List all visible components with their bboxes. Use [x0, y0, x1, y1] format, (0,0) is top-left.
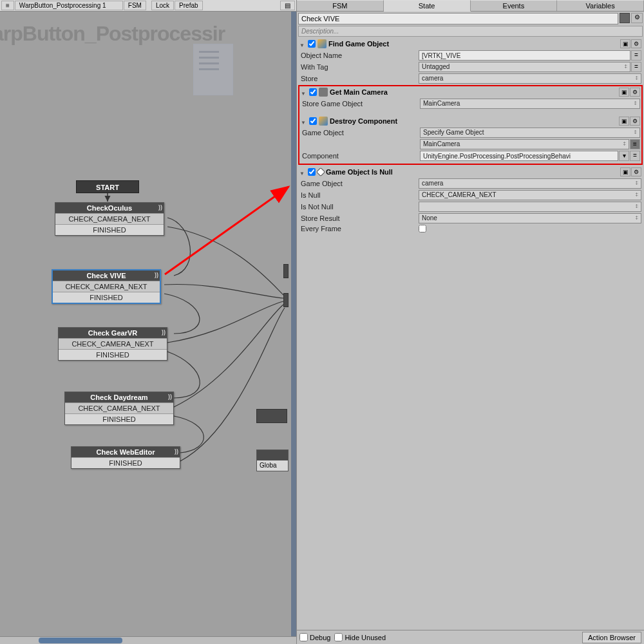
- fsm-dropdown[interactable]: FSM: [124, 1, 146, 10]
- start-node[interactable]: START: [76, 180, 139, 193]
- prop-label: Component: [301, 152, 420, 160]
- actions-list: Find Game Object ▣⚙ Object Name = With T…: [297, 38, 644, 630]
- transition-row[interactable]: CHECK_CAMERA_NEXT: [65, 402, 173, 413]
- transition-row[interactable]: FINISHED: [59, 349, 167, 360]
- object-name-field[interactable]: [419, 50, 630, 61]
- store-gameobject-dropdown[interactable]: MainCamera: [420, 99, 640, 109]
- prop-label: Game Object: [299, 180, 419, 187]
- action-menu-button[interactable]: ⚙: [631, 39, 641, 48]
- transition-row[interactable]: FINISHED: [71, 457, 180, 468]
- tab-state[interactable]: State: [384, 0, 471, 12]
- hideunused-checkbox-label[interactable]: Hide Unused: [334, 633, 386, 641]
- prop-label: Store Game Object: [301, 100, 420, 108]
- everyframe-checkbox[interactable]: [419, 225, 426, 232]
- variable-toggle-button[interactable]: =: [630, 151, 640, 161]
- dropdown-button[interactable]: ▾: [619, 151, 629, 161]
- svg-line-1: [165, 187, 289, 274]
- action-browser-button[interactable]: Action Browser: [582, 632, 641, 643]
- variable-toggle-button[interactable]: =: [631, 50, 641, 61]
- transition-row[interactable]: FINISHED: [55, 224, 164, 235]
- action-title: Find Game Object: [328, 40, 618, 48]
- transition-row[interactable]: CHECK_CAMERA_NEXT: [59, 338, 167, 349]
- global-label: Globa: [257, 460, 288, 470]
- gameobject-value-dropdown[interactable]: MainCamera: [420, 139, 629, 149]
- beacon-icon: )): [162, 329, 166, 336]
- store-dropdown[interactable]: camera: [419, 73, 641, 84]
- tab-events[interactable]: Events: [471, 0, 558, 11]
- action-menu-button[interactable]: ⚙: [631, 167, 641, 176]
- node-stub[interactable]: [283, 293, 289, 307]
- transition-row[interactable]: CHECK_CAMERA_NEXT: [53, 281, 160, 292]
- action-title: Get Main Camera: [330, 88, 617, 96]
- node-stub[interactable]: [256, 409, 287, 423]
- beacon-icon: )): [168, 393, 172, 400]
- prop-label: Every Frame: [299, 225, 419, 232]
- toolbar-menu-icon[interactable]: ≡: [1, 1, 14, 10]
- settings-gear-icon[interactable]: ⚙: [631, 13, 643, 23]
- debug-checkbox-label[interactable]: Debug: [299, 633, 330, 641]
- graph-edges: [0, 12, 296, 636]
- gameobject-dropdown[interactable]: camera: [419, 178, 641, 189]
- global-node[interactable]: Globa: [256, 450, 289, 471]
- with-tag-dropdown[interactable]: Untagged: [419, 62, 630, 72]
- gameobject-icon: [317, 39, 327, 48]
- prefab-dropdown[interactable]: Prefab: [175, 1, 202, 10]
- help-button[interactable]: ▣: [619, 117, 629, 126]
- debug-checkbox[interactable]: [299, 633, 308, 641]
- beacon-icon: )): [175, 448, 178, 455]
- variable-toggle-button[interactable]: =: [631, 62, 641, 72]
- node-check-vive[interactable]: Check VIVE)) CHECK_CAMERA_NEXT FINISHED: [52, 269, 161, 304]
- foldout-icon[interactable]: [301, 89, 307, 95]
- node-stub[interactable]: [283, 264, 289, 278]
- node-checkoculus[interactable]: CheckOculus)) CHECK_CAMERA_NEXT FINISHED: [55, 202, 164, 236]
- lock-button[interactable]: Lock: [151, 1, 174, 10]
- isnotnull-dropdown[interactable]: [419, 202, 641, 212]
- debug-label: Debug: [310, 634, 330, 641]
- annotation-arrow: [161, 179, 296, 282]
- foldout-icon[interactable]: [299, 41, 306, 47]
- action-menu-button[interactable]: ⚙: [630, 117, 640, 126]
- variable-toggle-button[interactable]: ≡: [630, 139, 640, 149]
- foldout-icon[interactable]: [299, 169, 306, 175]
- node-title: Check Daydream: [90, 393, 147, 401]
- tab-fsm[interactable]: FSM: [297, 0, 384, 11]
- gameobject-icon: [319, 117, 328, 126]
- highlighted-actions: Get Main Camera ▣⚙ Store Game Object Mai…: [298, 85, 643, 165]
- foldout-icon[interactable]: [301, 118, 307, 124]
- action-enabled-checkbox[interactable]: [308, 40, 316, 48]
- help-button[interactable]: ▣: [619, 88, 629, 97]
- state-color-swatch[interactable]: [620, 13, 630, 23]
- vertical-scrollbar[interactable]: [291, 12, 296, 636]
- state-name-input[interactable]: [298, 13, 618, 24]
- gameobject-dropdown[interactable]: Specify Game Object: [420, 128, 640, 138]
- inspector-panel: FSM State Events Variables ⚙ Find Game O…: [296, 0, 644, 644]
- transition-row[interactable]: FINISHED: [65, 413, 173, 424]
- transition-row[interactable]: CHECK_CAMERA_NEXT: [55, 213, 164, 224]
- help-button[interactable]: ▣: [620, 39, 630, 48]
- scrollbar-thumb[interactable]: [39, 638, 122, 643]
- action-destroy-component: Destroy Component ▣⚙ Game Object Specify…: [299, 115, 641, 162]
- help-button[interactable]: ▣: [620, 167, 630, 176]
- action-enabled-checkbox[interactable]: [309, 88, 317, 96]
- node-title: Check GearVR: [88, 329, 137, 337]
- action-menu-button[interactable]: ⚙: [630, 88, 640, 97]
- storeresult-dropdown[interactable]: None: [419, 213, 641, 223]
- graph-canvas[interactable]: arpButton_Postprocessir: [0, 12, 296, 636]
- action-enabled-checkbox[interactable]: [309, 117, 317, 125]
- tab-variables[interactable]: Variables: [557, 0, 644, 11]
- component-field[interactable]: [420, 151, 618, 161]
- action-enabled-checkbox[interactable]: [308, 168, 316, 176]
- action-gameobject-is-null: Game Object Is Null ▣⚙ Game Object camer…: [298, 166, 643, 233]
- hideunused-checkbox[interactable]: [334, 633, 343, 641]
- horizontal-scrollbar[interactable]: [0, 636, 296, 644]
- isnull-dropdown[interactable]: CHECK_CAMERA_NEXT: [419, 190, 641, 200]
- node-check-gearvr[interactable]: Check GearVR)) CHECK_CAMERA_NEXT FINISHE…: [58, 327, 167, 361]
- description-input[interactable]: [298, 26, 643, 37]
- transition-row[interactable]: FINISHED: [53, 292, 160, 303]
- toolbar-right-icon[interactable]: ▤: [280, 1, 295, 10]
- fsm-graph-panel: ≡ WarpButton_Postprocessing 1 FSM Lock P…: [0, 0, 296, 644]
- action-get-main-camera: Get Main Camera ▣⚙ Store Game Object Mai…: [299, 86, 641, 109]
- node-check-daydream[interactable]: Check Daydream)) CHECK_CAMERA_NEXT FINIS…: [64, 392, 174, 425]
- object-dropdown[interactable]: WarpButton_Postprocessing 1: [15, 1, 123, 10]
- node-check-webeditor[interactable]: Check WebEditor)) FINISHED: [71, 446, 180, 469]
